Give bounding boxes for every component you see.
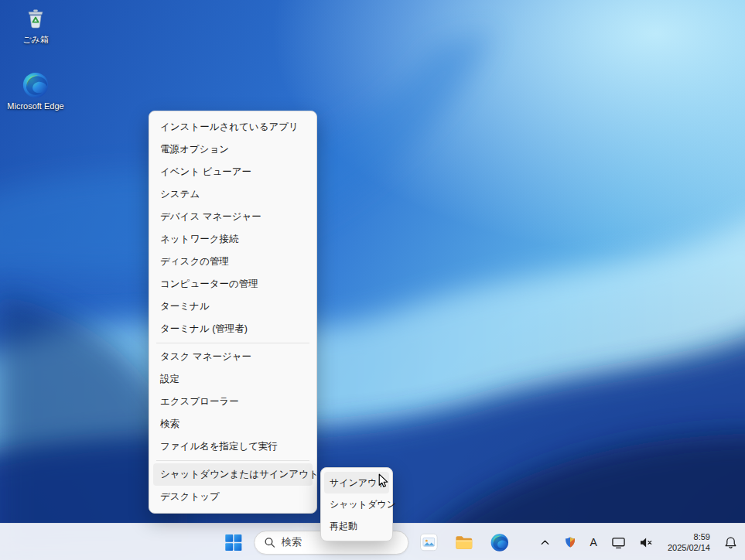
menu-item-shutdown-signout[interactable]: シャットダウンまたはサインアウト › bbox=[153, 463, 313, 486]
menu-item-terminal-admin[interactable]: ターミナル (管理者) bbox=[153, 318, 313, 340]
menu-item-desktop[interactable]: デスクトップ bbox=[153, 486, 313, 508]
menu-item-label: システム bbox=[160, 188, 200, 201]
menu-item-label: 電源オプション bbox=[160, 143, 229, 156]
winx-menu: インストールされているアプリ 電源オプション イベント ビューアー システム デ… bbox=[149, 111, 317, 514]
menu-item-label: デスクトップ bbox=[160, 490, 220, 504]
mouse-cursor-icon bbox=[378, 473, 388, 488]
folder-icon bbox=[454, 533, 473, 552]
menu-item-label: ディスクの管理 bbox=[160, 255, 229, 268]
speaker-muted-icon bbox=[639, 537, 654, 548]
chevron-up-icon bbox=[539, 537, 551, 548]
submenu-item-shutdown[interactable]: シャットダウン bbox=[324, 493, 389, 515]
menu-item-terminal[interactable]: ターミナル bbox=[153, 295, 313, 318]
recycle-bin-icon bbox=[22, 5, 50, 32]
menu-item-label: シャットダウンまたはサインアウト bbox=[160, 468, 319, 481]
menu-item-label: イベント ビューアー bbox=[160, 166, 251, 179]
menu-item-label: ファイル名を指定して実行 bbox=[160, 440, 278, 453]
search-placeholder: 検索 bbox=[282, 535, 302, 549]
start-button[interactable] bbox=[218, 527, 249, 558]
system-tray: A 8:59 2025/02/14 bbox=[538, 524, 739, 560]
menu-item-system[interactable]: システム bbox=[153, 183, 313, 206]
menu-separator bbox=[156, 460, 309, 461]
menu-item-power-options[interactable]: 電源オプション bbox=[153, 138, 313, 161]
windows-logo-icon bbox=[224, 534, 242, 551]
desktop-icon-microsoft-edge[interactable]: Microsoft Edge bbox=[3, 71, 68, 111]
menu-item-installed-apps[interactable]: インストールされているアプリ bbox=[153, 116, 313, 138]
clock-time: 8:59 bbox=[668, 531, 710, 542]
submenu-item-restart[interactable]: 再起動 bbox=[324, 515, 389, 537]
pinned-app-icon bbox=[419, 533, 438, 551]
menu-item-search[interactable]: 検索 bbox=[153, 413, 313, 435]
edge-taskbar-button[interactable] bbox=[484, 527, 515, 558]
menu-item-computer-management[interactable]: コンピューターの管理 bbox=[153, 273, 313, 295]
menu-item-label: タスク マネージャー bbox=[160, 350, 251, 364]
ime-mode-indicator[interactable]: A bbox=[588, 534, 600, 550]
menu-item-task-manager[interactable]: タスク マネージャー bbox=[153, 346, 313, 368]
menu-item-label: エクスプローラー bbox=[160, 395, 239, 408]
clock[interactable]: 8:59 2025/02/14 bbox=[665, 530, 713, 555]
desktop-icon-recycle-bin[interactable]: ごみ箱 bbox=[3, 5, 68, 45]
menu-item-device-manager[interactable]: デバイス マネージャー bbox=[153, 206, 313, 228]
security-shield-icon bbox=[564, 536, 576, 548]
menu-item-label: コンピューターの管理 bbox=[160, 278, 258, 291]
menu-item-label: ターミナル bbox=[160, 300, 210, 313]
clock-date: 2025/02/14 bbox=[668, 542, 710, 553]
pinned-app-button[interactable] bbox=[413, 527, 444, 558]
network-tray-button[interactable] bbox=[610, 534, 627, 551]
menu-item-event-viewer[interactable]: イベント ビューアー bbox=[153, 161, 313, 183]
menu-item-disk-management[interactable]: ディスクの管理 bbox=[153, 251, 313, 273]
menu-item-label: ターミナル (管理者) bbox=[160, 323, 248, 336]
search-icon bbox=[264, 537, 275, 548]
notification-center-button[interactable] bbox=[723, 534, 739, 551]
volume-tray-button[interactable] bbox=[637, 535, 655, 550]
edge-icon bbox=[490, 533, 509, 552]
network-display-icon bbox=[611, 536, 626, 549]
menu-item-label: ネットワーク接続 bbox=[160, 233, 238, 246]
submenu-item-label: シャットダウン bbox=[330, 498, 396, 511]
menu-item-network-connections[interactable]: ネットワーク接続 bbox=[153, 228, 313, 251]
menu-item-settings[interactable]: 設定 bbox=[153, 368, 313, 391]
menu-item-label: 設定 bbox=[160, 373, 179, 386]
show-hidden-icons-button[interactable] bbox=[538, 535, 552, 550]
bell-icon bbox=[724, 536, 737, 549]
desktop-icon-label: Microsoft Edge bbox=[7, 101, 63, 111]
menu-item-label: 検索 bbox=[160, 418, 179, 431]
menu-item-run[interactable]: ファイル名を指定して実行 bbox=[153, 435, 313, 458]
security-tray-button[interactable] bbox=[562, 534, 578, 550]
file-explorer-button[interactable] bbox=[449, 527, 480, 558]
edge-icon bbox=[22, 71, 50, 99]
desktop-icon-label: ごみ箱 bbox=[22, 35, 49, 45]
menu-item-explorer[interactable]: エクスプローラー bbox=[153, 391, 313, 413]
menu-item-label: デバイス マネージャー bbox=[160, 210, 261, 224]
submenu-item-label: 再起動 bbox=[330, 520, 357, 533]
desktop-screen: ごみ箱 Microsoft Edge インストールされているアプリ 電源オプショ… bbox=[0, 0, 745, 560]
menu-item-label: インストールされているアプリ bbox=[160, 121, 299, 134]
menu-separator bbox=[156, 343, 309, 343]
